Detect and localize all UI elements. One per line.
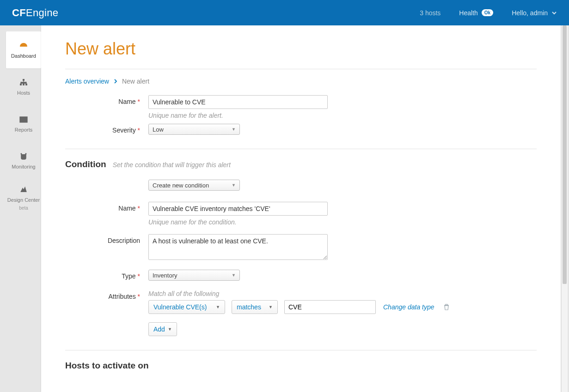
sidebar-item-monitoring[interactable]: Monitoring xyxy=(6,142,41,179)
label-type: Type * xyxy=(65,270,148,281)
svg-rect-4 xyxy=(20,84,22,85)
svg-rect-5 xyxy=(23,84,24,85)
row-type: Type * Inventory ▼ xyxy=(65,270,537,281)
condition-name-hint: Unique name for the condition. xyxy=(148,218,328,226)
attribute-operator-select[interactable]: matches ▼ xyxy=(232,300,278,314)
user-greeting: Hello, admin xyxy=(512,9,548,17)
logo-rest: Engine xyxy=(26,7,58,18)
top-bar: CFEngine 3 hosts Health Ok Hello, admin xyxy=(0,0,569,25)
health-badge: Ok xyxy=(482,9,493,16)
row-attributes: Attributes * Match all of the following … xyxy=(65,290,537,336)
breadcrumb-current: New alert xyxy=(122,78,149,85)
severity-value: Low xyxy=(153,126,164,133)
hosts-section-title: Hosts to activate on xyxy=(65,361,537,371)
svg-point-13 xyxy=(25,153,26,154)
caret-down-icon: ▼ xyxy=(216,305,220,309)
dropdown-arrow-icon: ▼ xyxy=(232,183,236,187)
add-label: Add xyxy=(153,326,165,333)
sidebar-item-dashboard[interactable]: Dashboard xyxy=(6,31,41,68)
alert-name-input[interactable] xyxy=(148,95,328,109)
condition-subtitle: Set the condition that will trigger this… xyxy=(113,161,231,169)
attribute-row: Vulnerable CVE(s) ▼ matches ▼ Change dat… xyxy=(148,300,449,314)
label-condition-name: Name * xyxy=(65,202,148,226)
hosts-count-text: 3 hosts xyxy=(420,9,441,17)
dropdown-arrow-icon: ▼ xyxy=(232,273,236,277)
design-center-icon xyxy=(18,185,29,194)
row-condition-name: Name * Unique name for the condition. xyxy=(65,202,537,226)
type-select[interactable]: Inventory ▼ xyxy=(148,270,240,281)
attribute-field-value: Vulnerable CVE(s) xyxy=(153,303,207,311)
svg-point-14 xyxy=(23,189,24,190)
attribute-value-input[interactable] xyxy=(284,300,376,314)
chevron-right-icon xyxy=(114,79,117,84)
divider xyxy=(65,350,537,350)
row-alert-name: Name * Unique name for the alert. xyxy=(65,95,537,119)
logo: CFEngine xyxy=(12,7,58,19)
condition-header: Condition Set the condition that will tr… xyxy=(65,159,537,169)
trash-icon xyxy=(444,304,449,310)
dropdown-arrow-icon: ▼ xyxy=(232,127,236,132)
svg-point-0 xyxy=(22,45,23,46)
alert-name-hint: Unique name for the alert. xyxy=(148,112,328,119)
svg-point-12 xyxy=(20,153,22,154)
sidebar-item-reports[interactable]: Reports xyxy=(6,105,41,142)
health-label: Health xyxy=(459,9,477,17)
sidebar: Dashboard Hosts Reports Monitoring Desig… xyxy=(6,31,41,216)
condition-name-input[interactable] xyxy=(148,202,328,216)
sidebar-item-label: Monitoring xyxy=(12,164,35,169)
svg-point-1 xyxy=(24,45,25,46)
row-condition-preset: Create new condition ▼ xyxy=(65,180,537,191)
condition-preset-select[interactable]: Create new condition ▼ xyxy=(148,180,240,191)
breadcrumb-root-link[interactable]: Alerts overview xyxy=(65,78,109,85)
page-title: New alert xyxy=(65,39,537,59)
svg-rect-7 xyxy=(20,117,27,122)
label-description: Description xyxy=(65,234,148,261)
row-severity: Severity * Low ▼ xyxy=(65,124,537,135)
sidebar-item-label: Dashboard xyxy=(11,53,36,59)
monitoring-icon xyxy=(18,152,29,161)
chevron-down-icon xyxy=(551,10,557,16)
description-textarea[interactable] xyxy=(148,234,328,260)
severity-select[interactable]: Low ▼ xyxy=(148,124,240,135)
sidebar-item-label: Hosts xyxy=(17,90,30,96)
svg-rect-3 xyxy=(23,79,24,81)
scrollbar[interactable] xyxy=(561,25,568,392)
divider xyxy=(65,69,537,69)
hosts-count-link[interactable]: 3 hosts xyxy=(420,9,441,17)
change-data-type-link[interactable]: Change data type xyxy=(383,303,434,311)
attribute-operator-value: matches xyxy=(237,303,261,311)
sidebar-item-label: Design Center xyxy=(7,197,40,203)
add-attribute-button[interactable]: Add ▼ xyxy=(148,322,177,336)
condition-title: Condition xyxy=(65,159,106,169)
row-description: Description xyxy=(65,234,537,261)
svg-point-2 xyxy=(23,44,24,45)
caret-down-icon: ▼ xyxy=(168,327,172,332)
main-content: New alert Alerts overview New alert Name… xyxy=(41,25,561,392)
reports-icon xyxy=(18,115,29,124)
delete-attribute-button[interactable] xyxy=(444,304,449,310)
health-indicator[interactable]: Health Ok xyxy=(459,9,493,17)
attributes-hint: Match all of the following xyxy=(148,290,449,297)
sidebar-item-hosts[interactable]: Hosts xyxy=(6,68,41,105)
user-menu[interactable]: Hello, admin xyxy=(512,9,557,17)
scrollbar-thumb[interactable] xyxy=(563,25,567,284)
svg-rect-6 xyxy=(25,84,27,85)
logo-bold: CF xyxy=(12,7,26,18)
breadcrumb: Alerts overview New alert xyxy=(65,78,537,85)
attribute-field-select[interactable]: Vulnerable CVE(s) ▼ xyxy=(148,300,225,314)
caret-down-icon: ▼ xyxy=(269,305,273,309)
type-value: Inventory xyxy=(153,272,177,279)
label-severity: Severity * xyxy=(65,124,148,135)
sidebar-item-sublabel: beta xyxy=(19,205,28,211)
divider xyxy=(65,149,537,149)
sidebar-item-label: Reports xyxy=(15,127,33,133)
label-attributes: Attributes * xyxy=(65,290,148,336)
hosts-icon xyxy=(18,78,29,87)
condition-preset-value: Create new condition xyxy=(153,182,209,189)
dashboard-icon xyxy=(18,41,29,50)
sidebar-item-design-center[interactable]: Design Center beta xyxy=(6,179,41,216)
label-alert-name: Name * xyxy=(65,95,148,119)
